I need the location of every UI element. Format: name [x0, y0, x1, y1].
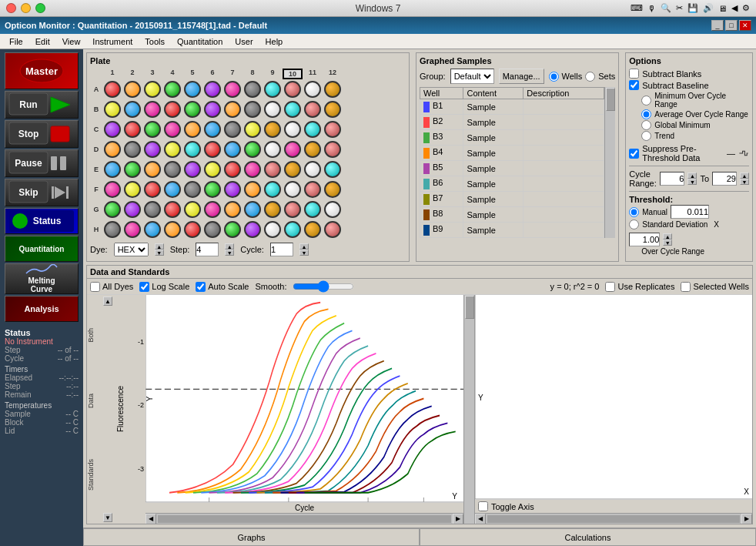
well-G3[interactable] [144, 201, 161, 218]
well-A2[interactable] [124, 81, 141, 98]
v-scroll-thumb[interactable] [465, 296, 474, 319]
std-dev-up[interactable]: ▲ [663, 233, 672, 240]
well-H6[interactable] [204, 221, 221, 238]
right-scroll-right-btn[interactable]: ▶ [741, 514, 752, 524]
h-scrollbar[interactable]: ◀ ▶ [146, 513, 463, 524]
well-G2[interactable] [124, 201, 141, 218]
well-D6[interactable] [204, 141, 221, 158]
well-A8[interactable] [244, 81, 261, 98]
well-F8[interactable] [244, 181, 261, 198]
scroll-left-btn[interactable]: ◀ [146, 514, 156, 524]
maximize-button[interactable] [35, 3, 45, 13]
minimize-button[interactable] [21, 3, 31, 13]
menu-quantitation[interactable]: Quantitation [171, 35, 229, 48]
std-dev-down[interactable]: ▼ [663, 240, 672, 246]
cycle-to-down[interactable]: ▼ [740, 179, 749, 185]
left-scroll-arrows[interactable]: ▲ ▼ [102, 295, 113, 524]
well-G7[interactable] [224, 201, 241, 218]
well-F11[interactable] [304, 181, 321, 198]
std-dev-value-input[interactable] [629, 233, 660, 246]
sample-row-6[interactable]: B7Sample [420, 192, 604, 207]
well-H8[interactable] [244, 221, 261, 238]
pause-button[interactable]: Pause [5, 149, 79, 177]
right-h-scroll-thumb[interactable] [487, 515, 740, 523]
well-E8[interactable] [244, 161, 261, 178]
well-D9[interactable] [264, 141, 281, 158]
well-B1[interactable] [104, 101, 121, 118]
well-D5[interactable] [184, 141, 201, 158]
well-C7[interactable] [224, 121, 241, 138]
well-D3[interactable] [144, 141, 161, 158]
well-F7[interactable] [224, 181, 241, 198]
use-replicates-checkbox[interactable] [605, 282, 615, 292]
well-A5[interactable] [184, 81, 201, 98]
well-C9[interactable] [264, 121, 281, 138]
well-D7[interactable] [224, 141, 241, 158]
graphs-tab[interactable]: Graphs [83, 528, 420, 546]
menu-file[interactable]: File [3, 35, 29, 48]
well-B11[interactable] [304, 101, 321, 118]
sample-row-5[interactable]: B6Sample [420, 176, 604, 192]
cycle-spinbox[interactable]: ▲ ▼ [299, 243, 309, 256]
window-controls[interactable] [6, 3, 45, 13]
well-B12[interactable] [324, 101, 341, 118]
cycle-up-btn[interactable]: ▲ [299, 243, 309, 250]
well-H12[interactable] [324, 221, 341, 238]
selected-wells-checkbox[interactable] [681, 282, 691, 292]
stop-button[interactable]: Stop [5, 120, 79, 148]
toggle-axis-checkbox[interactable] [478, 501, 488, 511]
sample-row-1[interactable]: B2Sample [420, 115, 604, 130]
well-H5[interactable] [184, 221, 201, 238]
log-scale-checkbox[interactable] [139, 282, 149, 292]
well-B9[interactable] [264, 101, 281, 118]
all-dyes-checkbox[interactable] [90, 282, 100, 292]
well-G9[interactable] [264, 201, 281, 218]
both-label[interactable]: Both [87, 328, 102, 343]
avg-over-cycle-radio[interactable] [641, 109, 651, 119]
cycle-from-down[interactable]: ▼ [687, 179, 697, 185]
well-A11[interactable] [304, 81, 321, 98]
step-down-btn[interactable]: ▼ [225, 250, 234, 256]
sets-radio[interactable] [585, 72, 595, 82]
well-A12[interactable] [324, 81, 341, 98]
well-F3[interactable] [144, 181, 161, 198]
well-B6[interactable] [204, 101, 221, 118]
well-D2[interactable] [124, 141, 141, 158]
well-F1[interactable] [104, 181, 121, 198]
standards-label[interactable]: Standards [87, 459, 102, 491]
auto-scale-control[interactable]: Auto Scale [196, 282, 249, 292]
cycle-input[interactable] [270, 243, 293, 256]
close-button[interactable] [6, 3, 16, 13]
well-E11[interactable] [304, 161, 321, 178]
samples-scrollbar[interactable] [604, 87, 615, 238]
well-E10[interactable] [284, 161, 301, 178]
sample-row-4[interactable]: B5Sample [420, 161, 604, 176]
manual-threshold-radio[interactable] [629, 207, 639, 217]
use-replicates-control[interactable]: Use Replicates [605, 282, 674, 292]
well-H9[interactable] [264, 221, 281, 238]
h-scroll-thumb[interactable] [158, 515, 451, 523]
well-D4[interactable] [164, 141, 181, 158]
well-B4[interactable] [164, 101, 181, 118]
analysis-button[interactable]: Analysis [5, 296, 79, 322]
menu-user[interactable]: User [229, 35, 259, 48]
well-A9[interactable] [264, 81, 281, 98]
step-spinbox[interactable]: ▲ ▼ [225, 243, 234, 256]
sample-row-7[interactable]: B8Sample [420, 207, 604, 223]
well-E1[interactable] [104, 161, 121, 178]
cycle-from-up[interactable]: ▲ [687, 173, 697, 179]
well-A7[interactable] [224, 81, 241, 98]
well-E4[interactable] [164, 161, 181, 178]
cycle-from-spinbox[interactable]: ▲ ▼ [687, 173, 697, 185]
well-C5[interactable] [184, 121, 201, 138]
well-E9[interactable] [264, 161, 281, 178]
well-F4[interactable] [164, 181, 181, 198]
selected-wells-control[interactable]: Selected Wells [681, 282, 749, 292]
menu-edit[interactable]: Edit [29, 35, 56, 48]
well-F6[interactable] [204, 181, 221, 198]
data-label[interactable]: Data [87, 394, 102, 408]
well-E3[interactable] [144, 161, 161, 178]
well-H3[interactable] [144, 221, 161, 238]
sample-row-3[interactable]: B4Sample [420, 146, 604, 161]
left-chart-v-scrollbar[interactable] [463, 295, 474, 524]
